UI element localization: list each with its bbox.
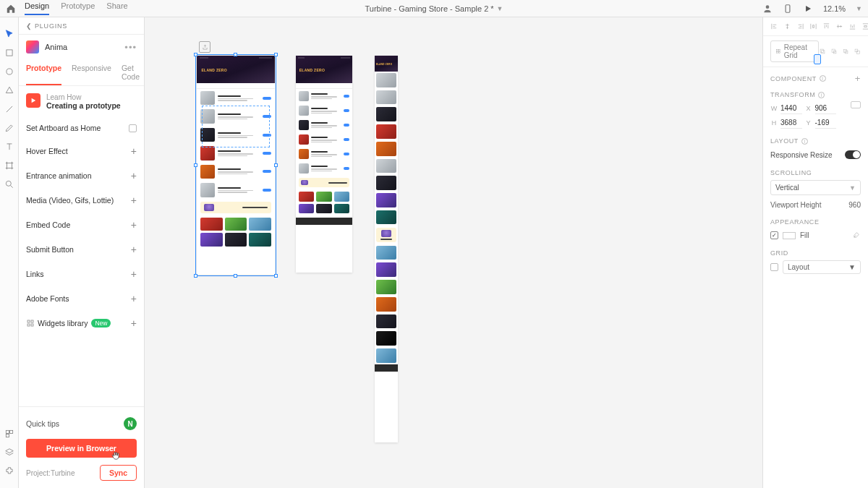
artboard-mobile[interactable]: ELAND ZERO bbox=[375, 56, 398, 442]
opt-set-home[interactable]: Set Artboard as Home bbox=[19, 117, 144, 139]
chevron-down-icon: ▼ bbox=[497, 5, 503, 12]
checkbox[interactable] bbox=[129, 124, 137, 132]
opt-adobe-fonts[interactable]: Adobe Fonts + bbox=[19, 286, 144, 311]
tool-polygon[interactable] bbox=[0, 81, 19, 100]
project-row: Project:Turbine Sync bbox=[26, 465, 137, 481]
opt-media[interactable]: Media (Video, Gifs, Lottie) + bbox=[19, 188, 144, 213]
device-icon[interactable] bbox=[783, 4, 793, 14]
section-grid: GRID bbox=[763, 244, 868, 258]
topbar: Design Prototype Share Turbine - Gaming … bbox=[0, 0, 868, 17]
avatar[interactable]: N bbox=[124, 417, 137, 430]
repeat-row: Repeat Grid bbox=[763, 36, 868, 67]
eyedropper-icon[interactable] bbox=[853, 231, 861, 240]
opt-links[interactable]: Links + bbox=[19, 262, 144, 286]
quick-tips-row[interactable]: Quick tips N bbox=[26, 413, 137, 439]
opt-label: Media (Video, Gifs, Lottie) bbox=[26, 196, 114, 205]
play-icon[interactable] bbox=[803, 4, 813, 14]
plus-icon[interactable]: + bbox=[131, 219, 137, 231]
info-icon[interactable]: i bbox=[820, 75, 826, 82]
scrolling-select[interactable]: Vertical ▼ bbox=[770, 180, 861, 195]
width-input[interactable] bbox=[780, 103, 802, 114]
svg-rect-1 bbox=[786, 4, 790, 12]
left-panel-footer: Quick tips N Preview in Browser Project:… bbox=[19, 406, 144, 488]
align-top-icon[interactable] bbox=[822, 22, 830, 30]
opt-widgets[interactable]: Widgets library New + bbox=[19, 311, 144, 335]
sync-button[interactable]: Sync bbox=[100, 465, 137, 481]
document-title[interactable]: Turbine - Gaming Store - Sample 2 * ▼ bbox=[365, 4, 503, 13]
subtract-icon[interactable] bbox=[830, 48, 838, 55]
tool-layers[interactable] bbox=[0, 443, 19, 462]
height-input[interactable] bbox=[780, 117, 802, 129]
grid-select[interactable]: Layout ▼ bbox=[783, 260, 861, 274]
anima-tab-prototype[interactable]: Prototype bbox=[26, 59, 61, 85]
fill-checkbox[interactable]: ✓ bbox=[770, 231, 778, 239]
fill-swatch[interactable] bbox=[783, 232, 796, 239]
y-input[interactable] bbox=[815, 117, 837, 129]
chevron-down-icon[interactable]: ▼ bbox=[856, 5, 862, 12]
user-icon[interactable] bbox=[762, 4, 773, 14]
exclude-icon[interactable] bbox=[854, 48, 861, 55]
tool-artboard[interactable] bbox=[0, 156, 19, 175]
learn-title: Creating a prototype bbox=[46, 101, 121, 110]
more-icon[interactable]: ••• bbox=[124, 42, 137, 53]
viewport-height-value[interactable]: 960 bbox=[848, 201, 861, 209]
align-left-icon[interactable] bbox=[770, 22, 778, 30]
tool-line[interactable] bbox=[0, 100, 19, 119]
tab-design[interactable]: Design bbox=[25, 1, 49, 15]
info-icon[interactable]: i bbox=[818, 92, 825, 98]
zoom-level[interactable]: 12.1% bbox=[823, 4, 846, 13]
tab-prototype[interactable]: Prototype bbox=[61, 1, 95, 15]
new-badge: New bbox=[91, 319, 111, 328]
tool-zoom[interactable] bbox=[0, 175, 19, 194]
plus-icon[interactable]: + bbox=[131, 268, 137, 280]
plus-icon[interactable]: + bbox=[131, 170, 137, 181]
share-icon[interactable] bbox=[199, 41, 210, 53]
plus-icon[interactable]: + bbox=[131, 244, 137, 255]
align-bottom-icon[interactable] bbox=[848, 22, 856, 30]
tool-plugins[interactable] bbox=[0, 462, 19, 481]
home-icon[interactable] bbox=[6, 4, 16, 14]
distribute-v-icon[interactable] bbox=[861, 22, 868, 30]
opt-embed[interactable]: Embed Code + bbox=[19, 213, 144, 237]
preview-in-browser-button[interactable]: Preview in Browser bbox=[26, 439, 137, 458]
tool-text[interactable] bbox=[0, 137, 19, 156]
x-input[interactable] bbox=[815, 103, 837, 114]
tool-select[interactable] bbox=[0, 25, 19, 43]
align-vcenter-icon[interactable] bbox=[835, 22, 843, 30]
anima-tab-responsive[interactable]: Responsive bbox=[72, 59, 111, 85]
plus-icon[interactable]: + bbox=[855, 73, 861, 84]
left-panel-header[interactable]: ❮ PLUGINS bbox=[19, 17, 144, 35]
plus-icon[interactable]: + bbox=[131, 194, 137, 206]
align-hcenter-icon[interactable] bbox=[783, 22, 791, 30]
plus-icon[interactable]: + bbox=[131, 145, 137, 157]
repeat-grid-button[interactable]: Repeat Grid bbox=[770, 40, 819, 62]
tool-rectangle[interactable] bbox=[0, 43, 19, 62]
opt-submit[interactable]: Submit Button + bbox=[19, 237, 144, 262]
tool-pen[interactable] bbox=[0, 119, 19, 137]
artboard-tablet[interactable]: ELAND ZERO bbox=[296, 56, 352, 273]
opt-entrance[interactable]: Entrance animation + bbox=[19, 163, 144, 188]
grid-checkbox[interactable] bbox=[770, 263, 778, 271]
plus-icon[interactable]: + bbox=[131, 293, 137, 304]
canvas[interactable]: ELAND ZERO ELAND ZERO bbox=[145, 17, 762, 488]
hero-title: ELAND ZERO bbox=[201, 68, 227, 72]
distribute-h-icon[interactable] bbox=[809, 22, 817, 30]
tab-share[interactable]: Share bbox=[106, 1, 127, 15]
back-chevron-icon[interactable]: ❮ bbox=[26, 22, 32, 30]
anima-tab-getcode[interactable]: Get Code bbox=[122, 59, 140, 85]
opt-hover[interactable]: Hover Effect + bbox=[19, 139, 144, 163]
info-icon[interactable]: i bbox=[801, 138, 808, 145]
artboard-desktop[interactable]: ELAND ZERO bbox=[197, 56, 275, 275]
section-scrolling-label: SCROLLING bbox=[770, 169, 812, 176]
intersect-icon[interactable] bbox=[842, 48, 849, 55]
tool-ellipse[interactable] bbox=[0, 62, 19, 81]
tool-libraries[interactable] bbox=[0, 424, 19, 443]
document-title-text: Turbine - Gaming Store - Sample 2 * bbox=[365, 4, 493, 13]
add-boolean-icon[interactable] bbox=[819, 48, 826, 55]
orientation-landscape[interactable] bbox=[851, 101, 861, 108]
fill-label: Fill bbox=[800, 231, 809, 239]
responsive-toggle[interactable] bbox=[845, 150, 861, 159]
plus-icon[interactable]: + bbox=[131, 317, 137, 329]
learn-card[interactable]: Learn How Creating a prototype bbox=[19, 86, 144, 117]
align-right-icon[interactable] bbox=[796, 22, 804, 30]
